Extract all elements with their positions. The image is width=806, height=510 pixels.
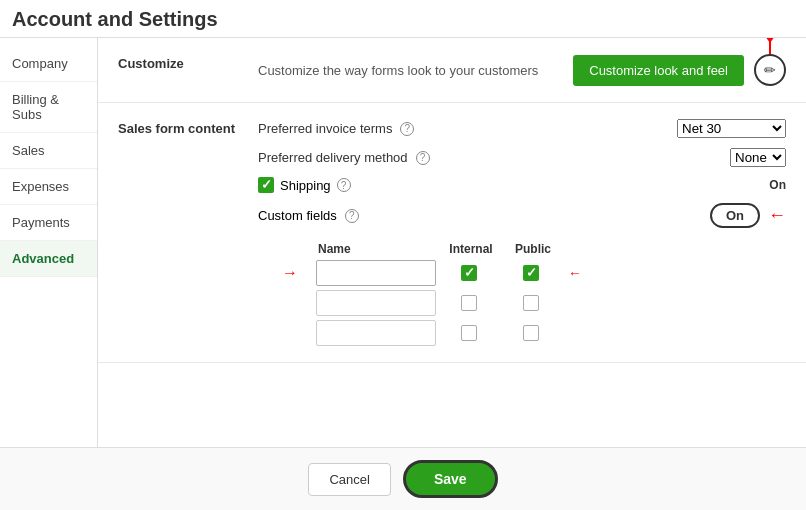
customize-btn-area: Customize look and feel ✏ bbox=[573, 54, 786, 86]
customize-section: Customize Customize the way forms look t… bbox=[98, 38, 806, 103]
cf-row1-name-input[interactable] bbox=[316, 260, 436, 286]
cf-column-headers: Name Internal Public bbox=[318, 242, 786, 256]
cf-row1-public-check bbox=[502, 265, 560, 281]
edit-icon-button[interactable]: ✏ bbox=[754, 54, 786, 86]
customize-content: Customize the way forms look to your cus… bbox=[258, 54, 786, 86]
cf-row2-internal-checkbox[interactable] bbox=[461, 295, 477, 311]
cf-row2-public-checkbox[interactable] bbox=[523, 295, 539, 311]
cancel-button[interactable]: Cancel bbox=[308, 463, 390, 496]
shipping-on-area: On bbox=[769, 178, 786, 192]
sidebar: Company Billing & Subs Sales Expenses Pa… bbox=[0, 38, 98, 447]
delivery-method-info-icon[interactable]: ? bbox=[416, 151, 430, 165]
delivery-method-select[interactable]: None Print Email bbox=[730, 148, 786, 167]
cf-row-1: → ← bbox=[282, 260, 786, 286]
cf-row3-public-checkbox[interactable] bbox=[523, 325, 539, 341]
custom-fields-row: Custom fields ? On ← bbox=[258, 203, 786, 228]
invoice-terms-info-icon[interactable]: ? bbox=[400, 122, 414, 136]
custom-fields-info-icon[interactable]: ? bbox=[345, 209, 359, 223]
delivery-method-label: Preferred delivery method bbox=[258, 150, 408, 165]
custom-fields-label: Custom fields bbox=[258, 208, 337, 223]
footer-bar: Cancel Save bbox=[0, 447, 806, 510]
cf-row1-internal-checkbox[interactable] bbox=[461, 265, 477, 281]
invoice-terms-select[interactable]: Net 30 Net 15 Net 60 Due on receipt bbox=[677, 119, 786, 138]
cf-row2-spacer: → bbox=[282, 295, 312, 311]
shipping-checkbox[interactable] bbox=[258, 177, 274, 193]
cf-header-public: Public bbox=[504, 242, 562, 256]
cf-row3-internal-check bbox=[440, 325, 498, 341]
sidebar-item-payments[interactable]: Payments bbox=[0, 205, 97, 241]
shipping-on-text: On bbox=[769, 178, 786, 192]
custom-fields-arrow-indicator: ← bbox=[768, 205, 786, 226]
page-title-bar: Account and Settings bbox=[0, 0, 806, 38]
cf-row1-public-checkbox[interactable] bbox=[523, 265, 539, 281]
customize-section-label: Customize bbox=[118, 54, 258, 71]
cf-row3-spacer: → bbox=[282, 325, 312, 341]
cf-row-3: → bbox=[282, 320, 786, 346]
cf-row1-right-arrow: ← bbox=[568, 265, 582, 281]
custom-fields-toggle[interactable]: On bbox=[710, 203, 760, 228]
cf-header-internal: Internal bbox=[442, 242, 500, 256]
cf-row3-name-input[interactable] bbox=[316, 320, 436, 346]
invoice-terms-label: Preferred invoice terms bbox=[258, 121, 392, 136]
sidebar-item-sales[interactable]: Sales bbox=[0, 133, 97, 169]
cf-row2-public-check bbox=[502, 295, 560, 311]
delivery-method-row: Preferred delivery method ? None Print E… bbox=[258, 148, 786, 167]
shipping-info-icon[interactable]: ? bbox=[337, 178, 351, 192]
sidebar-item-expenses[interactable]: Expenses bbox=[0, 169, 97, 205]
delivery-method-dropdown-wrapper: None Print Email bbox=[730, 148, 786, 167]
cf-row1-internal-check bbox=[440, 265, 498, 281]
custom-fields-toggle-area: On ← bbox=[710, 203, 786, 228]
shipping-row: Shipping ? On bbox=[258, 177, 786, 193]
sales-form-content: Preferred invoice terms ? Net 30 Net 15 … bbox=[258, 119, 786, 346]
customize-look-feel-button[interactable]: Customize look and feel bbox=[573, 55, 744, 86]
invoice-terms-row: Preferred invoice terms ? Net 30 Net 15 … bbox=[258, 119, 786, 138]
sidebar-item-advanced[interactable]: Advanced bbox=[0, 241, 97, 277]
cf-row3-internal-checkbox[interactable] bbox=[461, 325, 477, 341]
cf-row3-public-check bbox=[502, 325, 560, 341]
shipping-label[interactable]: Shipping bbox=[280, 178, 331, 193]
sales-form-section-label: Sales form content bbox=[118, 119, 258, 136]
page-title: Account and Settings bbox=[0, 0, 806, 38]
save-button[interactable]: Save bbox=[403, 460, 498, 498]
sidebar-item-company[interactable]: Company bbox=[0, 46, 97, 82]
cf-row2-internal-check bbox=[440, 295, 498, 311]
cf-row-2: → bbox=[282, 290, 786, 316]
customize-row: Customize the way forms look to your cus… bbox=[258, 54, 786, 86]
custom-fields-table: Name Internal Public → bbox=[258, 242, 786, 346]
invoice-terms-dropdown-wrapper: Net 30 Net 15 Net 60 Due on receipt bbox=[677, 119, 786, 138]
sidebar-item-billing[interactable]: Billing & Subs bbox=[0, 82, 97, 133]
cf-header-name: Name bbox=[318, 242, 438, 256]
pencil-icon: ✏ bbox=[764, 62, 776, 78]
customize-description: Customize the way forms look to your cus… bbox=[258, 63, 538, 78]
cf-row1-arrow: → bbox=[282, 264, 312, 282]
cf-row2-name-input[interactable] bbox=[316, 290, 436, 316]
sales-form-section: Sales form content Preferred invoice ter… bbox=[98, 103, 806, 363]
content-area: Customize Customize the way forms look t… bbox=[98, 38, 806, 447]
